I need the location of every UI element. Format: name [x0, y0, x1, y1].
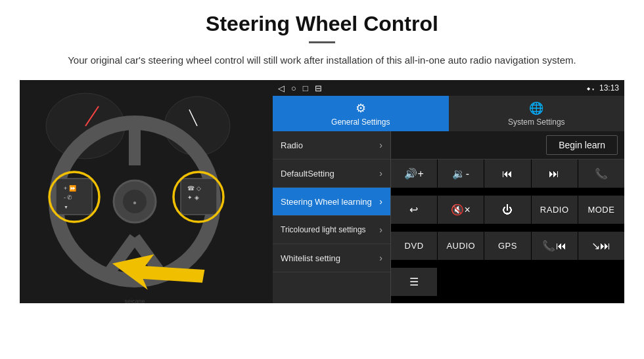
svg-text:☎  ◇: ☎ ◇: [187, 185, 201, 192]
radio-btn-button[interactable]: RADIO: [532, 196, 578, 224]
next-track-button[interactable]: ⏭: [532, 159, 578, 188]
tab-system-label: System Settings: [508, 117, 565, 127]
nav-extra-icon[interactable]: ⊟: [315, 83, 322, 93]
svg-text:●: ●: [133, 199, 137, 206]
next-end-button[interactable]: ↘⏭: [578, 232, 624, 260]
audio-button[interactable]: AUDIO: [438, 232, 484, 260]
vol-up-button[interactable]: 🔊+: [391, 159, 437, 188]
settings-body: Radio › DefaultSetting › Steering Wheel …: [273, 131, 624, 303]
back-icon: ↩: [409, 203, 419, 216]
svg-text:▼: ▼: [64, 205, 68, 209]
title-divider: [309, 41, 335, 43]
mute-button[interactable]: 🔇×: [438, 196, 484, 224]
menu-item-whitelist[interactable]: Whitelist setting ›: [273, 244, 390, 272]
power-button[interactable]: ⏻: [484, 196, 530, 224]
gear-icon: ⚙: [356, 101, 366, 116]
nav-home-icon[interactable]: ○: [291, 83, 296, 93]
mode-button[interactable]: MODE: [578, 196, 624, 224]
tab-bar: ⚙ General Settings 🌐 System Settings: [273, 96, 624, 131]
status-bar-right: ⬥▾ 13:13: [586, 83, 619, 93]
svg-text:✦  ◈: ✦ ◈: [187, 194, 199, 201]
page-title: Steering Wheel Control: [20, 12, 624, 36]
gps-label: GPS: [498, 241, 517, 251]
nav-square-icon[interactable]: □: [303, 83, 308, 93]
android-ui: ◁ ○ □ ⊟ ⬥▾ 13:13 ⚙ General Settings 🌐: [273, 80, 624, 303]
svg-rect-12: [56, 179, 92, 215]
gps-button[interactable]: GPS: [484, 232, 530, 260]
chevron-right-icon: ›: [379, 168, 382, 179]
control-grid: 🔊+ 🔉- ⏮ ⏭ 📞: [391, 159, 624, 303]
mode-label: MODE: [587, 205, 614, 215]
dvd-label: DVD: [405, 241, 424, 251]
status-time: 13:13: [599, 83, 619, 93]
phone-icon: 📞: [595, 167, 609, 180]
svg-text:-  ✆: - ✆: [64, 194, 73, 201]
prev-track-button[interactable]: ⏮: [484, 159, 530, 188]
menu-item-steering[interactable]: Steering Wheel learning ›: [273, 188, 390, 216]
radio-btn-label: RADIO: [540, 205, 569, 215]
begin-learn-row: Begin learn: [391, 131, 624, 159]
status-bar: ◁ ○ □ ⊟ ⬥▾ 13:13: [273, 80, 624, 96]
back-button[interactable]: ↩: [391, 196, 437, 224]
dvd-button[interactable]: DVD: [391, 232, 437, 260]
vol-down-button[interactable]: 🔉-: [438, 159, 484, 188]
svg-text:+  ⏩: + ⏩: [64, 184, 77, 192]
vol-down-icon: 🔉-: [452, 167, 469, 180]
next-track-icon: ⏭: [549, 168, 560, 180]
chevron-right-icon: ›: [379, 224, 382, 235]
next-end-icon: ↘⏭: [591, 240, 611, 252]
chevron-right-icon: ›: [379, 140, 382, 150]
chevron-right-icon: ›: [379, 253, 382, 263]
left-menu: Radio › DefaultSetting › Steering Wheel …: [273, 131, 391, 303]
list-icon: ☰: [409, 276, 419, 288]
car-image-area: ● + ⏩ - ✆ ▼ ☎ ◇ ✦ ◈ seicane: [20, 80, 273, 303]
signal-icon: ⬥▾: [586, 83, 595, 93]
menu-item-default[interactable]: DefaultSetting ›: [273, 159, 390, 188]
tab-general[interactable]: ⚙ General Settings: [273, 96, 449, 131]
menu-item-tricoloured[interactable]: Tricoloured light settings ›: [273, 216, 390, 244]
right-controls: Begin learn 🔊+ 🔉- ⏮: [391, 131, 624, 303]
page-subtitle: Your original car's steering wheel contr…: [20, 53, 624, 68]
prev-track-icon: ⏮: [502, 168, 513, 180]
phone-button[interactable]: 📞: [578, 159, 624, 188]
list-button[interactable]: ☰: [391, 268, 437, 296]
tab-general-label: General Settings: [331, 117, 390, 127]
tel-prev-icon: 📞⏮: [542, 240, 566, 252]
svg-text:seicane: seicane: [124, 298, 145, 303]
begin-learn-button[interactable]: Begin learn: [546, 135, 618, 155]
mute-icon: 🔇×: [451, 203, 471, 216]
nav-back-icon[interactable]: ◁: [278, 83, 285, 93]
tab-system[interactable]: 🌐 System Settings: [449, 96, 625, 131]
power-icon: ⏻: [502, 204, 513, 216]
tel-prev-button[interactable]: 📞⏮: [532, 232, 578, 260]
main-content: ● + ⏩ - ✆ ▼ ☎ ◇ ✦ ◈ seicane: [20, 80, 624, 303]
chevron-right-icon: ›: [379, 196, 382, 207]
menu-item-radio[interactable]: Radio ›: [273, 131, 390, 159]
audio-label: AUDIO: [446, 241, 475, 251]
vol-up-icon: 🔊+: [404, 167, 424, 180]
globe-icon: 🌐: [529, 101, 543, 116]
status-bar-left: ◁ ○ □ ⊟: [278, 83, 322, 93]
